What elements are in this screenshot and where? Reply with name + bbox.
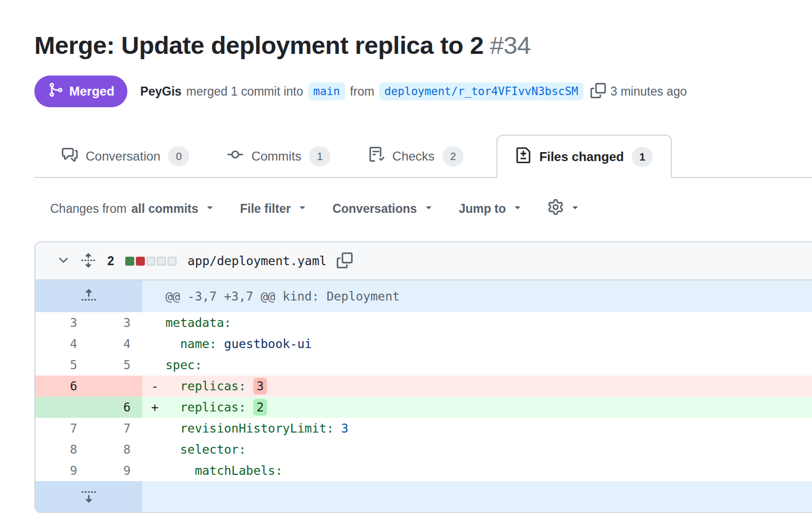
git-commit-icon bbox=[227, 147, 243, 166]
from-label: from bbox=[350, 85, 374, 99]
git-merge-icon bbox=[48, 82, 63, 101]
yaml-value: 3 bbox=[334, 421, 349, 435]
triangle-down-icon bbox=[423, 201, 435, 216]
file-filter-dropdown[interactable]: File filter bbox=[240, 201, 308, 216]
gear-icon bbox=[548, 199, 564, 218]
new-line-number[interactable]: 5 bbox=[89, 354, 142, 376]
old-line-number[interactable]: 6 bbox=[35, 376, 89, 397]
pr-title-text: Merge: Update deployment replica to 2 bbox=[34, 31, 484, 59]
expand-all-button[interactable] bbox=[80, 252, 96, 270]
tab-conversation[interactable]: Conversation 0 bbox=[50, 136, 201, 177]
diff-line: 55spec: bbox=[35, 354, 812, 376]
new-line-number[interactable] bbox=[89, 376, 142, 397]
yaml-key: matchLabels: bbox=[165, 464, 283, 477]
changes-from-label: Changes from bbox=[50, 202, 126, 216]
yaml-value: 2 bbox=[253, 399, 267, 416]
old-line-number[interactable]: 5 bbox=[35, 354, 89, 376]
merge-description: merged 1 commit into bbox=[186, 85, 303, 99]
yaml-value: 3 bbox=[253, 378, 267, 395]
old-line-number[interactable]: 8 bbox=[35, 439, 89, 460]
old-line-number[interactable]: 9 bbox=[35, 460, 89, 481]
conversations-dropdown[interactable]: Conversations bbox=[333, 201, 435, 216]
triangle-down-icon bbox=[204, 201, 216, 216]
tab-commits[interactable]: Commits 1 bbox=[216, 136, 342, 177]
file-header: 2 app/deployment.yaml bbox=[35, 242, 812, 280]
diff-marker bbox=[142, 354, 165, 376]
old-line-number[interactable]: 3 bbox=[35, 312, 89, 333]
changes-from-dropdown[interactable]: Changes from all commits bbox=[50, 201, 216, 216]
yaml-key: spec: bbox=[165, 358, 202, 372]
diff-marker bbox=[142, 312, 165, 333]
base-branch-chip[interactable]: main bbox=[308, 82, 346, 100]
yaml-key: name: bbox=[165, 337, 217, 351]
expand-down-icon bbox=[80, 487, 97, 506]
hunk-header-row: @@ -3,7 +3,7 @@ kind: Deployment bbox=[35, 280, 812, 312]
tab-counter: 2 bbox=[442, 146, 464, 166]
diff-stat-square bbox=[168, 257, 177, 266]
diff-marker: - bbox=[142, 376, 165, 397]
author-link[interactable]: PeyGis bbox=[140, 85, 181, 99]
expand-up-icon bbox=[80, 287, 97, 306]
jump-to-label: Jump to bbox=[459, 202, 506, 216]
yaml-key: replicas: bbox=[165, 379, 253, 393]
diff-toolbar: Changes from all commits File filter Con… bbox=[34, 199, 812, 218]
new-line-number[interactable]: 6 bbox=[89, 397, 142, 418]
new-line-number[interactable]: 4 bbox=[89, 333, 142, 354]
old-line-number[interactable] bbox=[35, 397, 89, 418]
head-branch-chip[interactable]: deployment/r_tor4VFIvvN3bscSM bbox=[379, 82, 584, 100]
jump-to-dropdown[interactable]: Jump to bbox=[459, 201, 523, 216]
diff-stat-square bbox=[125, 257, 134, 266]
new-line-number[interactable]: 9 bbox=[89, 460, 142, 481]
triangle-down-icon bbox=[512, 201, 523, 216]
new-line-number[interactable]: 3 bbox=[89, 312, 142, 333]
diff-line-added: 6+ replicas: 2 bbox=[35, 397, 812, 418]
old-line-number[interactable]: 7 bbox=[35, 418, 89, 439]
diff-marker bbox=[142, 460, 165, 481]
diff-table: @@ -3,7 +3,7 @@ kind: Deployment 33metad… bbox=[35, 280, 812, 512]
hunk-header-text: @@ -3,7 +3,7 @@ kind: Deployment bbox=[142, 280, 400, 312]
tab-counter: 0 bbox=[168, 146, 189, 166]
triangle-down-icon bbox=[297, 201, 308, 216]
old-line-number[interactable]: 4 bbox=[35, 333, 89, 354]
pr-page: Merge: Update deployment replica to 2#34… bbox=[0, 0, 812, 513]
changes-from-value: all commits bbox=[131, 202, 198, 216]
new-line-number[interactable]: 8 bbox=[89, 439, 142, 460]
status-badge-label: Merged bbox=[69, 84, 114, 99]
tab-counter: 1 bbox=[309, 146, 330, 166]
diff-marker bbox=[142, 439, 165, 460]
diff-stat-square bbox=[157, 257, 166, 266]
yaml-value: guestbook-ui bbox=[217, 337, 312, 351]
page-title: Merge: Update deployment replica to 2#34 bbox=[34, 31, 812, 60]
tab-label: Commits bbox=[251, 149, 301, 164]
file-name-link[interactable]: app/deployment.yaml bbox=[188, 254, 327, 268]
expand-hunk-down-button[interactable] bbox=[35, 481, 142, 512]
tab-label: Checks bbox=[392, 149, 435, 164]
tab-files-changed[interactable]: Files changed 1 bbox=[496, 135, 672, 178]
diff-line: 44 name: guestbook-ui bbox=[35, 333, 812, 354]
tab-checks[interactable]: Checks 2 bbox=[357, 136, 475, 177]
merged-time: 3 minutes ago bbox=[611, 85, 687, 99]
diff-marker: + bbox=[142, 397, 165, 418]
diff-line-removed: 6- replicas: 3 bbox=[35, 376, 812, 397]
file-diff-icon bbox=[515, 147, 531, 166]
diff-line: 33metadata: bbox=[35, 312, 812, 333]
copy-branch-button[interactable] bbox=[590, 83, 606, 100]
diff-marker bbox=[142, 333, 165, 354]
tab-counter: 1 bbox=[632, 147, 653, 167]
diff-settings-dropdown[interactable] bbox=[548, 199, 581, 218]
pr-number: #34 bbox=[490, 31, 531, 59]
conversation-icon bbox=[62, 147, 78, 166]
diff-stat-square bbox=[146, 257, 155, 266]
diff-line: 88 selector: bbox=[35, 439, 812, 460]
pr-tab-bar: Conversation 0 Commits 1 Checks 2 Files … bbox=[34, 136, 812, 178]
diff-stat-square bbox=[136, 257, 145, 266]
conversations-label: Conversations bbox=[333, 202, 417, 216]
yaml-key: revisionHistoryLimit: bbox=[165, 421, 334, 435]
copy-icon bbox=[337, 252, 353, 270]
expand-hunk-up-button[interactable] bbox=[35, 280, 142, 312]
copy-file-path-button[interactable] bbox=[337, 252, 353, 270]
chevron-down-icon bbox=[57, 254, 70, 269]
new-line-number[interactable]: 7 bbox=[89, 418, 142, 439]
collapse-file-button[interactable] bbox=[57, 254, 70, 269]
checklist-icon bbox=[368, 147, 384, 166]
